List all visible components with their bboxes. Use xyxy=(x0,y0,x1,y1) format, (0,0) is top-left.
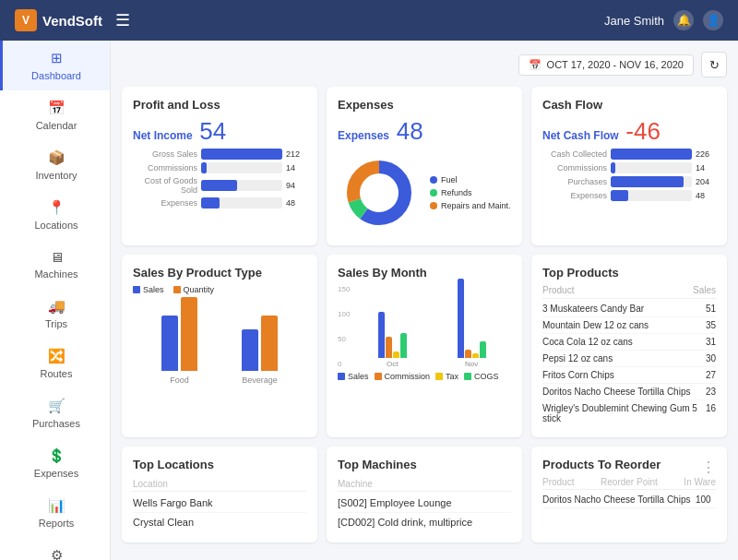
col-product-reorder: Product xyxy=(542,477,574,487)
products-reorder-menu-icon[interactable]: ⋮ xyxy=(701,459,716,476)
top-machines-title: Top Machines xyxy=(338,458,511,471)
user-icon[interactable]: 👤 xyxy=(703,10,723,30)
month-bar xyxy=(393,351,399,358)
profit-loss-title: Profit and Loss xyxy=(133,98,306,112)
pl-bar-label: Cost of Goods Sold xyxy=(133,176,197,195)
legend-label: Sales xyxy=(143,285,164,294)
cf-bar-fill xyxy=(611,149,692,160)
sidebar-item-expenses[interactable]: 💲Expenses xyxy=(0,438,110,488)
hamburger-icon[interactable]: ☰ xyxy=(115,10,130,30)
sidebar-icon-reports: 📊 xyxy=(48,497,65,514)
top-locations-col: Location xyxy=(133,477,306,492)
spt-legend-item: Quantity xyxy=(173,285,215,294)
expenses-row: Expenses 48 xyxy=(338,117,511,146)
sidebar-item-configuration[interactable]: ⚙Configuration xyxy=(0,538,110,560)
user-name: Jane Smith xyxy=(604,14,664,28)
sidebar-icon-inventory: 📦 xyxy=(48,149,65,166)
month-label: Nov xyxy=(465,360,478,368)
legend-label: Repairs and Maint. xyxy=(441,201,511,210)
spt-qty-bar xyxy=(181,297,197,371)
legend-sq xyxy=(173,286,181,293)
net-income-row: Net Income 54 xyxy=(133,117,306,146)
cf-bar-track xyxy=(611,162,692,173)
col-reorder-point: Reorder Point xyxy=(601,477,658,487)
cf-bar-value: 204 xyxy=(696,177,716,186)
sidebar-label-locations: Locations xyxy=(34,220,77,231)
spt-group-label: Food xyxy=(170,375,189,385)
refresh-button[interactable]: ↻ xyxy=(701,52,727,77)
sales-product-title: Sales By Product Type xyxy=(133,266,306,280)
spt-sales-bar xyxy=(242,329,258,371)
date-bar: 📅 OCT 17, 2020 - NOV 16, 2020 ↻ xyxy=(122,52,727,77)
pl-bar-row: Gross Sales 212 xyxy=(133,149,306,160)
pl-bar-fill xyxy=(201,162,207,173)
table-row: Wrigley's Doublemint Chewing Gum 5 stick… xyxy=(542,400,716,426)
top-products-card: Top Products Product Sales 3 Muskateers … xyxy=(531,255,727,437)
top-products-header: Product Sales xyxy=(542,285,716,299)
sidebar-item-dashboard[interactable]: ⊞Dashboard xyxy=(0,41,110,90)
top-locations-card: Top Locations Location Wells Fargo BankC… xyxy=(122,447,317,542)
bell-icon[interactable]: 🔔 xyxy=(673,10,694,30)
sidebar-label-expenses: Expenses xyxy=(34,468,78,479)
sales-product-card: Sales By Product Type SalesQuantity Food… xyxy=(122,255,317,437)
sales-product-chart: Food Beverage xyxy=(133,302,306,385)
sidebar-item-trips[interactable]: 🚚Trips xyxy=(0,289,110,339)
legend-dot xyxy=(430,176,437,184)
app-header: V VendSoft ☰ Jane Smith 🔔 👤 xyxy=(0,0,738,41)
month-bar xyxy=(400,333,407,358)
legend-label: Fuel xyxy=(441,175,458,185)
sidebar-label-machines: Machines xyxy=(34,268,77,280)
pl-bar-fill xyxy=(201,197,220,209)
sidebar-item-calendar[interactable]: 📅Calendar xyxy=(0,90,110,140)
main-layout: ⊞Dashboard📅Calendar📦Inventory📍Locations🖥… xyxy=(0,41,738,560)
y-axis-label: 150 xyxy=(338,285,350,293)
y-axis-label: 100 xyxy=(338,310,350,318)
sidebar-item-inventory[interactable]: 📦Inventory xyxy=(0,140,110,190)
pl-bar-row: Cost of Goods Sold 94 xyxy=(133,176,306,195)
cf-bar-fill xyxy=(611,176,684,187)
legend-item: Refunds xyxy=(430,188,511,197)
sidebar-label-calendar: Calendar xyxy=(36,120,77,131)
reorder-row: Doritos Nacho Cheese Tortilla Chips100 xyxy=(542,492,716,508)
sidebar-label-purchases: Purchases xyxy=(32,418,80,429)
cf-bar-row: Expenses 48 xyxy=(542,190,716,201)
month-bar xyxy=(458,279,464,358)
sidebar-label-reports: Reports xyxy=(39,518,75,529)
month-legend-label: Commission xyxy=(385,372,431,381)
product-name: Coca Cola 12 oz cans xyxy=(542,337,633,347)
sidebar-item-purchases[interactable]: 🛒Purchases xyxy=(0,388,110,438)
sidebar-item-machines[interactable]: 🖥Machines xyxy=(0,240,110,289)
top-locations-title: Top Locations xyxy=(133,458,306,471)
legend-label: Refunds xyxy=(441,188,472,197)
main-content: 📅 OCT 17, 2020 - NOV 16, 2020 ↻ Profit a… xyxy=(111,41,738,560)
month-bar xyxy=(378,312,385,358)
cf-bars: Cash Collected 226 Commissions 14 Purcha… xyxy=(542,149,716,201)
month-legend-item: Sales xyxy=(338,372,369,381)
cf-bar-value: 226 xyxy=(696,149,716,159)
y-axis-label: 0 xyxy=(338,360,350,368)
month-y-axis: 150100500 xyxy=(338,285,352,368)
table-row: Pepsi 12 oz cans30 xyxy=(542,351,716,367)
reorder-point: 100 xyxy=(696,494,711,505)
top-machines-card: Top Machines Machine [S002] Employee Lou… xyxy=(327,447,522,542)
pl-bar-value: 212 xyxy=(286,149,306,159)
app-logo: V VendSoft xyxy=(15,9,102,31)
col-product-header: Product xyxy=(542,285,574,295)
pl-bar-row: Commissions 14 xyxy=(133,162,306,173)
date-range[interactable]: 📅 OCT 17, 2020 - NOV 16, 2020 xyxy=(518,54,694,76)
month-label: Oct xyxy=(387,360,398,368)
legend-item: Fuel xyxy=(430,175,511,185)
table-row: Doritos Nacho Cheese Tortilla Chips23 xyxy=(542,384,716,400)
pl-bar-fill xyxy=(201,180,237,191)
product-name: Pepsi 12 oz cans xyxy=(542,353,613,363)
month-bar xyxy=(465,350,471,358)
sidebar-label-trips: Trips xyxy=(45,318,67,329)
sidebar-item-routes[interactable]: 🔀Routes xyxy=(0,339,110,388)
pl-bar-label: Expenses xyxy=(133,198,197,208)
month-bars: OctNov xyxy=(352,285,511,368)
net-cashflow-label: Net Cash Flow xyxy=(542,129,619,142)
cash-flow-card: Cash Flow Net Cash Flow -46 Cash Collect… xyxy=(531,87,727,245)
sidebar-item-locations[interactable]: 📍Locations xyxy=(0,190,110,240)
sidebar-item-reports[interactable]: 📊Reports xyxy=(0,488,110,538)
pl-bar-label: Commissions xyxy=(133,163,197,173)
